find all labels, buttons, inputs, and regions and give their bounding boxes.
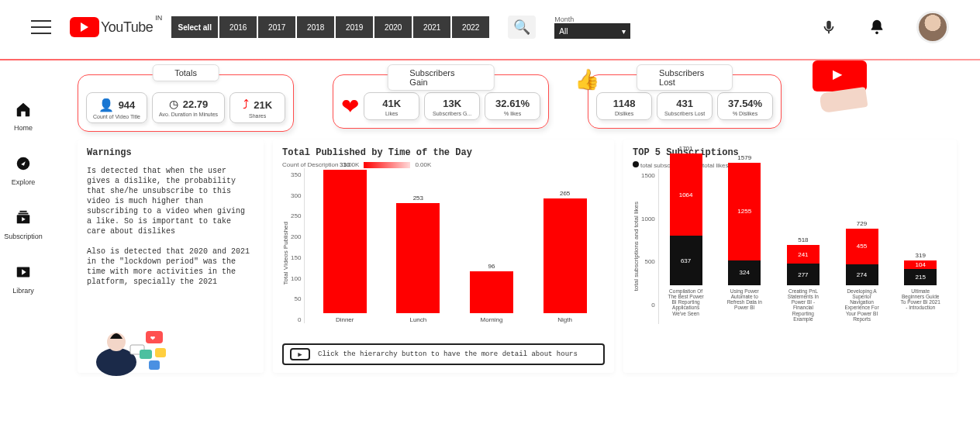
sidebar-label-subscription: Subscription xyxy=(4,233,43,240)
bar-y-label: Total Vídeos Published xyxy=(282,222,289,284)
sidebar-label-library: Library xyxy=(12,287,34,295)
svg-rect-14 xyxy=(155,348,166,357)
share-icon: ⤴ xyxy=(243,98,249,112)
mic-icon[interactable] xyxy=(820,19,837,36)
heart-icon: ❤ xyxy=(341,94,359,119)
svg-rect-13 xyxy=(140,350,152,359)
kpi-likes: 41K Likes xyxy=(364,92,419,120)
bar-chart-panel: Total Published by Time of the Day Count… xyxy=(273,140,614,373)
sidebar-item-home[interactable]: Home xyxy=(14,101,33,132)
warnings-p2: Also is detected that 2020 and 2021 in t… xyxy=(87,247,254,287)
year-select-all[interactable]: Select all xyxy=(171,16,218,38)
youtube-logo[interactable]: YouTube IN xyxy=(70,17,153,37)
top5-bars[interactable]: 17016371064Compilation Of The Best Power… xyxy=(658,169,947,324)
subscriptions-icon xyxy=(14,209,33,231)
chat-illustration: ❤ xyxy=(93,315,178,378)
year-2022[interactable]: 2022 xyxy=(452,16,489,38)
sidebar-item-explore[interactable]: Explore xyxy=(12,155,36,186)
hierarchy-hint[interactable]: ▶ Click the hierarchy button to have the… xyxy=(282,343,605,365)
chevron-down-icon: ▾ xyxy=(622,27,626,36)
warnings-title: Warnings xyxy=(87,147,254,160)
home-icon xyxy=(15,101,32,122)
year-2016[interactable]: 2016 xyxy=(219,16,257,38)
play-icon: ▶ xyxy=(290,348,310,360)
month-dropdown[interactable]: All ▾ xyxy=(554,23,630,39)
svg-rect-5 xyxy=(19,213,29,215)
top5-bar-4[interactable]: 319215104Ultimate Beginners Guide To Pow… xyxy=(899,252,941,324)
thumb-down-icon: 👎 xyxy=(575,67,599,91)
kpi-avg-duration: ◷22.79 Avo. Duration in Minutes xyxy=(152,92,225,123)
top5-bar-0[interactable]: 17016371064Compilation Of The Best Power… xyxy=(665,145,707,324)
kpi-card-lost: Subscribers Lost 👎 1148 Dislikes 431 Sub… xyxy=(588,74,782,129)
bar-morning[interactable]: 96Morning xyxy=(468,263,515,323)
library-icon xyxy=(15,264,32,285)
clock-icon: ◷ xyxy=(169,98,178,110)
sidebar-item-library[interactable]: Library xyxy=(12,264,34,295)
kpi-count-videos: 👤944 Count of Video Title xyxy=(86,92,147,123)
kpi-title-lost: Subscribers Lost xyxy=(637,64,733,91)
phone-illustration xyxy=(797,74,867,129)
svg-rect-6 xyxy=(19,211,26,212)
gradient-legend xyxy=(364,162,410,168)
sidebar-label-explore: Explore xyxy=(12,178,36,186)
top5-panel: TOP 5 Subscriptions total subscriptions … xyxy=(623,140,957,373)
bar-lunch[interactable]: 253Lunch xyxy=(395,195,441,323)
bar-area[interactable]: 330Dinner253Lunch96Morning265Nigth xyxy=(304,168,605,323)
top5-bar-1[interactable]: 15793241255Using Power Automate to Refre… xyxy=(723,154,765,324)
kpi-title-totals: Totals xyxy=(152,64,219,81)
avatar[interactable] xyxy=(916,11,949,43)
top5-y-label: total subscriptions and total likes xyxy=(633,202,640,291)
person-icon: 👤 xyxy=(98,98,114,112)
year-2019[interactable]: 2019 xyxy=(336,16,373,38)
top5-bar-2[interactable]: 518277241Creating PnL Statements In Powe… xyxy=(782,236,824,324)
bar-dinner[interactable]: 330Dinner xyxy=(322,161,368,323)
svg-point-2 xyxy=(875,32,878,35)
kpi-subs-lost: 431 Subscribers Lost xyxy=(657,92,713,120)
top5-bar-3[interactable]: 729274455Developing A Superior Navigatio… xyxy=(841,220,883,324)
logo-text: YouTube xyxy=(101,19,153,36)
warnings-p1: Is detected that when the user gives a d… xyxy=(87,166,254,236)
year-slicer[interactable]: Select all 2016 2017 2018 2019 2020 2021… xyxy=(171,16,489,38)
sidebar-label-home: Home xyxy=(14,124,33,132)
sidebar-item-subscription[interactable]: Subscription xyxy=(4,209,43,240)
search-icon[interactable]: 🔍 xyxy=(508,16,536,39)
kpi-pct-likes: 32.61% % likes xyxy=(485,92,540,120)
svg-text:❤: ❤ xyxy=(150,334,155,343)
year-2018[interactable]: 2018 xyxy=(297,16,334,38)
svg-rect-15 xyxy=(149,360,160,370)
month-label: Month xyxy=(554,16,630,23)
kpi-subs-gain: 13K Subscribers G... xyxy=(424,92,480,120)
kpi-card-totals: Totals 👤944 Count of Video Title ◷22.79 … xyxy=(78,74,294,132)
kpi-title-gain: Subscribers Gain xyxy=(387,64,495,91)
explore-icon xyxy=(15,155,32,177)
menu-icon[interactable] xyxy=(31,20,51,34)
kpi-shares: ⤴21K Shares xyxy=(229,92,285,123)
year-2017[interactable]: 2017 xyxy=(258,16,295,38)
bell-icon[interactable] xyxy=(868,19,885,36)
year-2020[interactable]: 2020 xyxy=(374,16,412,38)
bar-y-axis: 350300250200150100500 xyxy=(291,168,304,339)
bar-chart-title: Total Published by Time of the Day xyxy=(282,147,605,158)
kpi-pct-dislikes: 37.54% % Dislikes xyxy=(717,92,773,120)
year-2021[interactable]: 2021 xyxy=(413,16,450,38)
bar-nigth[interactable]: 265Nigth xyxy=(542,190,588,323)
top5-y-axis: 150010005000 xyxy=(641,169,658,324)
warnings-panel: Warnings Is detected that when the user … xyxy=(78,140,264,373)
kpi-dislikes: 1148 Dislikes xyxy=(596,92,652,120)
logo-region: IN xyxy=(155,14,162,22)
svg-rect-0 xyxy=(826,21,831,29)
month-value: All xyxy=(559,27,568,36)
play-icon xyxy=(70,17,99,37)
kpi-card-gain: Subscribers Gain ❤ 41K Likes 13K Subscri… xyxy=(333,74,549,129)
